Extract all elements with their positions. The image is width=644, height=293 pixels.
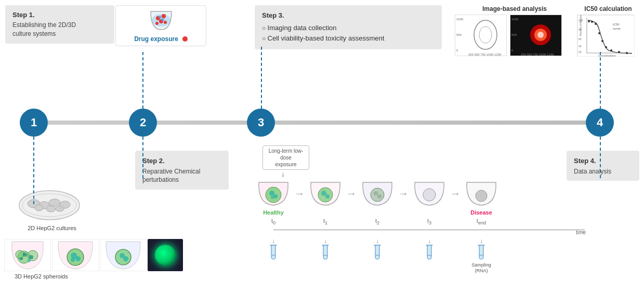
tube-1: ↓ [255,237,292,261]
svg-point-59 [479,255,483,259]
step2-box: Step 2. Reparative Chemicalperturbations [135,151,229,190]
step-circle-4: 4 [586,109,614,137]
svg-point-5 [164,21,167,24]
svg-point-22 [29,255,33,259]
svg-rect-48 [270,245,277,246]
organoid-cup-1 [255,180,292,206]
tube-3: ↓ [359,237,396,261]
svg-point-14 [35,205,43,211]
spheroids-label: 3D HepG2 spheroids [15,273,68,279]
svg-rect-57 [426,245,433,246]
tube-svg-3 [372,245,383,261]
svg-rect-58 [479,245,483,256]
dashed-line-4-down [600,137,601,178]
dashed-line-4-up [600,52,601,109]
svg-point-12 [49,199,60,206]
organoid-cup-4 [411,180,448,206]
time-axis-container: time → [255,227,585,235]
arrow-3: → [398,188,409,199]
svg-point-20 [16,250,24,259]
svg-text:1000: 1000 [456,18,464,21]
timeline-line [31,121,613,125]
svg-point-35 [269,191,274,196]
drug-exposure-box: Drug exposure [115,5,206,46]
organoid-cup-2 [307,180,344,206]
svg-text:IC50: IC50 [613,23,620,26]
fluor-svg: 1000 500 0 250 500 750 1000 1250 [510,15,562,56]
svg-point-40 [325,194,330,198]
svg-point-15 [46,206,56,212]
analysis-img-bf: 1000 500 0 250 500 750 1000 1250 [455,15,507,56]
time-t1: t1 [307,218,344,225]
spheroid-dark [148,239,183,271]
svg-rect-52 [375,245,379,256]
svg-rect-49 [323,245,327,256]
step3-bullet-2: Cell viability-based toxicity assessment [262,33,435,44]
svg-text:20: 20 [579,50,582,54]
svg-point-87 [588,20,590,22]
svg-point-16 [56,206,64,211]
svg-rect-55 [427,245,431,256]
petri-dish-svg [16,187,83,221]
svg-point-75 [537,32,544,38]
svg-point-39 [321,191,326,196]
time-t0: t0 [255,218,292,225]
svg-rect-46 [271,245,275,256]
svg-rect-51 [322,245,329,246]
organoid-cup-5 [463,180,500,206]
svg-point-24 [28,259,31,262]
spheroid-svg-2 [52,239,99,271]
svg-text:Percent of Maximum: Percent of Maximum [579,15,582,36]
svg-point-92 [605,46,607,48]
svg-point-44 [423,189,436,201]
sampling-label: Sampling(RNA) [471,262,491,274]
organoid-cup-3 [359,180,396,206]
svg-rect-60 [478,245,485,246]
svg-point-6 [159,16,162,19]
svg-point-42 [374,191,378,195]
svg-point-36 [273,194,278,198]
svg-point-23 [20,257,23,260]
svg-point-4 [155,22,159,25]
tubes-row: ↓ ↓ ↓ [255,237,585,274]
svg-text:Concentrations: Concentrations [598,54,616,57]
arrow-1: → [294,188,305,199]
svg-text:500: 500 [511,33,517,36]
svg-point-29 [71,258,75,262]
step2-title: Step 2. [142,156,221,166]
analysis-title: Image-based analysis [455,5,574,12]
svg-point-41 [371,188,384,202]
svg-point-95 [626,52,628,54]
dashed-line-2 [142,137,143,178]
step3-bullet-1: Imaging data collection [262,23,435,34]
drug-cup-svg [146,9,177,32]
spheroid-svg-3 [100,239,147,271]
svg-rect-76 [577,15,635,57]
step1-box: Step 1. Establishing the 2D/3Dculture sy… [5,5,114,44]
ic50-chart: 100 80 60 40 20 Concentrations IC50 curv… [577,15,634,56]
svg-point-90 [598,32,600,34]
tube-4: ↓ [411,237,448,261]
step-circle-1: 1 [20,109,48,137]
ic50-svg: 100 80 60 40 20 Concentrations IC50 curv… [577,15,635,57]
organoid-row: → → → → [255,180,585,206]
svg-point-89 [595,23,597,25]
svg-text:40: 40 [579,45,582,48]
svg-point-88 [591,21,593,23]
svg-point-94 [618,51,620,53]
step-circle-3: 3 [247,109,275,137]
svg-point-2 [162,14,166,18]
tube-svg-5 [476,245,487,261]
arrow-4: → [450,188,461,199]
svg-text:1000: 1000 [511,18,519,21]
svg-point-93 [610,49,612,51]
organoid-progression: Long-term low-doseexposure ↓ → → [255,145,585,274]
spheroids-area [4,239,183,271]
org-labels-row: Healthy Disease [255,207,585,217]
longterm-box: Long-term low-doseexposure [262,145,309,170]
ic50-title: IC50 calculation [577,5,639,12]
step3-title: Step 3. [262,10,435,21]
tube-svg-1 [268,245,279,261]
time-t3: t3 [411,218,448,225]
svg-point-7 [161,18,164,21]
